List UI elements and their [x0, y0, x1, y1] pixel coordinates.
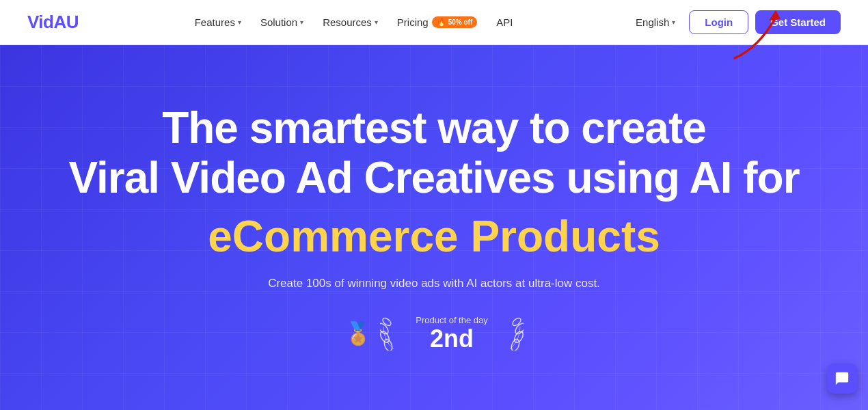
laurel-left-icon: 🏅	[344, 323, 372, 344]
chevron-down-icon: ▾	[238, 18, 241, 26]
logo[interactable]: VidAU	[27, 12, 79, 33]
product-of-day-badge: 🏅 Product of the day 2nd	[344, 315, 524, 353]
hero-content: The smartest way to create Viral Video A…	[68, 103, 799, 353]
fire-icon: 🔥	[437, 18, 446, 27]
chevron-down-icon: ▾	[300, 18, 303, 26]
svg-point-4	[381, 316, 392, 327]
svg-point-5	[510, 338, 521, 351]
laurel-wreath-right-icon	[496, 316, 524, 351]
chat-widget-button[interactable]	[827, 364, 857, 394]
nav-features[interactable]: Features ▾	[188, 12, 248, 32]
hero-title-line2: Viral Video Ad Creatives using AI for	[68, 153, 799, 204]
hero-section: The smartest way to create Viral Video A…	[0, 45, 868, 410]
arrow-annotation	[724, 7, 786, 64]
nav-pricing[interactable]: Pricing 🔥 50% off	[390, 12, 484, 32]
hero-highlight: eCommerce Products	[68, 210, 799, 263]
laurel-wreath-left-icon	[380, 316, 407, 351]
language-selector[interactable]: English ▾	[629, 12, 682, 32]
chat-icon	[835, 371, 850, 386]
svg-point-1	[383, 338, 394, 351]
badge-text: Product of the day 2nd	[416, 315, 488, 353]
nav-solution[interactable]: Solution ▾	[254, 12, 310, 32]
nav-links: Features ▾ Solution ▾ Resources ▾ Pricin…	[188, 12, 520, 32]
nav-api[interactable]: API	[489, 12, 519, 32]
hero-subtitle: Create 100s of winning video ads with AI…	[68, 277, 799, 290]
discount-badge: 🔥 50% off	[432, 16, 478, 28]
hero-title-line1: The smartest way to create	[68, 103, 799, 154]
svg-marker-0	[769, 10, 781, 20]
red-arrow-icon	[724, 7, 786, 62]
svg-point-8	[511, 316, 522, 327]
chevron-down-icon: ▾	[375, 18, 378, 26]
chevron-down-icon: ▾	[672, 18, 675, 26]
nav-resources[interactable]: Resources ▾	[316, 12, 385, 32]
